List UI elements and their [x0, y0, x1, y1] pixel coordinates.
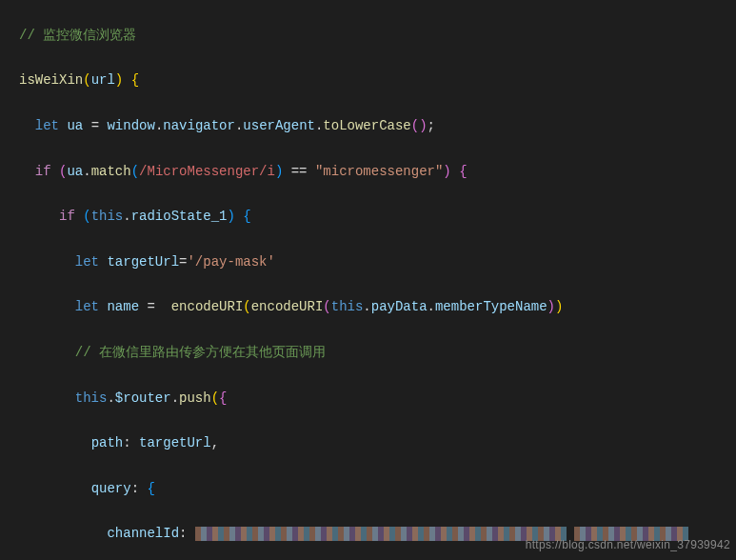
code-line: isWeiXin(url) { [19, 70, 736, 92]
code-line: // 在微信里路由传参方便在其他页面调用 [19, 342, 736, 365]
watermark-text: https://blog.csdn.net/weixin_37939942 [526, 535, 730, 554]
code-line: query: { [19, 478, 736, 501]
code-line: if (ua.match(/MicroMessenger/i) == "micr… [19, 161, 736, 184]
code-line: let targetUrl='/pay-mask' [19, 251, 736, 274]
code-line: // 监控微信浏览器 [19, 25, 736, 48]
comment: // 监控微信浏览器 [19, 28, 136, 43]
code-line: this.$router.push({ [19, 388, 736, 410]
code-line: let ua = window.navigator.userAgent.toLo… [19, 115, 736, 138]
code-line: let name = encodeURI(encodeURI(this.payD… [19, 296, 736, 319]
comment: // 在微信里路由传参方便在其他页面调用 [75, 345, 326, 360]
redacted-content [195, 527, 567, 541]
code-editor[interactable]: // 监控微信浏览器 isWeiXin(url) { let ua = wind… [0, 0, 736, 560]
code-line: if (this.radioState_1) { [19, 206, 736, 229]
code-line: path: targetUrl, [19, 432, 736, 455]
